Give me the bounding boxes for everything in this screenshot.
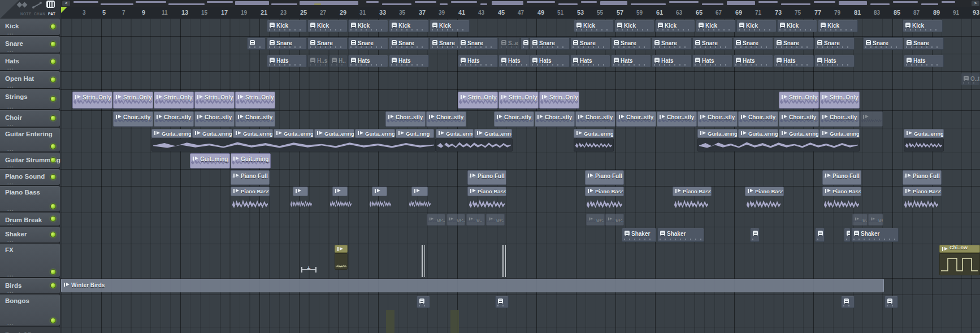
drum-break-audio-clip[interactable]: BP.. bbox=[605, 214, 624, 226]
guitar-entering-audio-clip-title[interactable]: Guita..ering bbox=[574, 129, 614, 138]
snare-pattern-clip[interactable] bbox=[247, 37, 266, 50]
guitar-entering-audio-clip-title[interactable]: Guita..ering bbox=[233, 129, 273, 138]
drum-break-audio-clip[interactable]: BP.. bbox=[868, 214, 883, 226]
kick-pattern-clip[interactable]: Kick bbox=[348, 20, 388, 32]
track-mute-led[interactable] bbox=[50, 144, 56, 149]
strings-audio-clip[interactable]: Strin..Only bbox=[779, 92, 819, 109]
playhead-marker[interactable] bbox=[61, 7, 67, 13]
hats-pattern-clip[interactable]: Hats bbox=[733, 55, 773, 67]
hats-pattern-clip[interactable]: Hats bbox=[389, 55, 429, 67]
choir-audio-clip[interactable]: Choir..stly bbox=[426, 111, 466, 127]
piano-bass-audio-clip-title[interactable]: Piano Bass bbox=[585, 187, 624, 196]
track-header-snare[interactable]: Snare... bbox=[0, 36, 60, 53]
note-mode-icon[interactable] bbox=[17, 1, 28, 8]
piano-sound-audio-clip[interactable]: Piano Full bbox=[903, 170, 942, 185]
choir-audio-clip[interactable]: Choir..stly bbox=[819, 111, 860, 127]
scroll-left-button[interactable]: < bbox=[62, 1, 70, 6]
drum-break-audio-clip[interactable]: B.. bbox=[852, 214, 868, 226]
shaker-pattern-clip[interactable]: Shaker bbox=[657, 228, 704, 242]
choir-audio-clip[interactable]: Choir..stly bbox=[494, 111, 534, 127]
kick-pattern-clip[interactable]: Kick bbox=[696, 20, 736, 32]
guitar-entering-waveform-band[interactable] bbox=[151, 139, 436, 152]
guitar-entering-audio-clip-title[interactable]: Guit..ring bbox=[396, 129, 434, 138]
fx-automation-clip[interactable]: Chi..ow bbox=[939, 245, 980, 275]
kick-pattern-clip[interactable]: Kick bbox=[736, 20, 777, 32]
track-header-birds[interactable]: Birds... bbox=[0, 278, 60, 293]
track-mute-led[interactable] bbox=[50, 115, 56, 121]
pattern-mode-icon[interactable] bbox=[46, 1, 55, 8]
track-header-piano-sound[interactable]: Piano Sound... bbox=[0, 169, 60, 185]
clip-stub-2[interactable] bbox=[450, 310, 459, 333]
guitar-entering-audio-clip-title[interactable]: Guita..ering bbox=[151, 129, 192, 138]
guitar-entering-audio-clip-title[interactable]: Guita..ering bbox=[355, 129, 395, 138]
choir-audio-clip[interactable]: Choir..stly bbox=[657, 111, 697, 127]
guitar-entering-waveform-band[interactable] bbox=[436, 139, 513, 152]
snare-pattern-clip[interactable]: Snare bbox=[389, 37, 429, 50]
snare-pattern-clip[interactable]: Snare bbox=[611, 37, 651, 50]
choir-audio-clip[interactable] bbox=[860, 111, 883, 127]
track-mute-led[interactable] bbox=[50, 174, 56, 180]
track-mute-led[interactable] bbox=[50, 157, 56, 163]
drum-break-audio-clip[interactable]: BP.. bbox=[446, 214, 465, 226]
hats-pattern-clip[interactable]: H.. bbox=[329, 55, 348, 67]
piano-bass-waveform[interactable] bbox=[824, 197, 859, 211]
track-mute-led[interactable] bbox=[50, 269, 56, 275]
piano-bass-waveform[interactable] bbox=[330, 197, 352, 210]
piano-bass-audio-clip-title[interactable]: Piano Bass bbox=[903, 187, 942, 196]
piano-bass-audio-clip-title[interactable] bbox=[372, 187, 387, 196]
track-mute-led[interactable] bbox=[50, 204, 56, 209]
shaker-pattern-clip[interactable]: Shaker bbox=[851, 228, 899, 242]
shaker-pattern-clip[interactable]: Shaker bbox=[622, 228, 656, 242]
piano-bass-audio-clip-title[interactable] bbox=[411, 187, 428, 196]
snare-pattern-clip[interactable]: Snare bbox=[904, 37, 944, 50]
guitar-strumming-audio-clip[interactable]: Guit..ming bbox=[190, 153, 230, 168]
choir-audio-clip[interactable]: Choir..stly bbox=[194, 111, 235, 127]
strings-audio-clip[interactable]: Strin..Only bbox=[235, 92, 275, 109]
kick-pattern-clip[interactable]: Kick bbox=[267, 20, 307, 32]
track-header-piano-bass[interactable]: Piano Bass... bbox=[0, 186, 60, 211]
choir-audio-clip[interactable]: Choir..stly bbox=[235, 111, 275, 127]
guitar-entering-waveform-band[interactable] bbox=[697, 139, 860, 152]
piano-bass-waveform[interactable] bbox=[290, 197, 312, 210]
guitar-entering-audio-clip-title[interactable]: Guita..ering bbox=[192, 129, 232, 138]
kick-pattern-clip[interactable]: Kick bbox=[655, 20, 695, 32]
strings-audio-clip[interactable]: Strin..Only bbox=[194, 92, 235, 109]
choir-audio-clip[interactable]: Choir..stly bbox=[535, 111, 575, 127]
track-header-shaker[interactable]: Shaker... bbox=[0, 227, 60, 243]
choir-audio-clip[interactable]: Choir..stly bbox=[154, 111, 194, 127]
strings-audio-clip[interactable]: Strin..Only bbox=[113, 92, 153, 109]
guitar-entering-audio-clip-title[interactable]: Guita..ering bbox=[436, 129, 474, 138]
clip-stub-1[interactable] bbox=[386, 310, 394, 333]
track-header-kick[interactable]: Kick... bbox=[0, 19, 60, 35]
snare-pattern-clip[interactable]: Snare bbox=[570, 37, 610, 50]
fx-automation-lines-1[interactable] bbox=[422, 245, 425, 277]
shaker-pattern-clip[interactable] bbox=[750, 228, 760, 242]
scroll-right-button[interactable]: > bbox=[972, 1, 979, 6]
playlist-grid[interactable]: KickKickKickKickKickKickKickKickKickKick… bbox=[60, 19, 980, 333]
kick-pattern-clip[interactable]: Kick bbox=[818, 20, 858, 32]
track-header-drum-break[interactable]: Drum Break... bbox=[0, 213, 60, 226]
guitar-entering-audio-clip-title[interactable]: Guita..ering bbox=[474, 129, 512, 138]
birds-audio-clip[interactable]: Winter Birds bbox=[61, 279, 884, 292]
hats-pattern-clip[interactable]: Hats bbox=[692, 55, 732, 67]
kick-pattern-clip[interactable]: Kick bbox=[574, 20, 614, 32]
strings-audio-clip[interactable]: Strin..Only bbox=[819, 92, 860, 109]
snare-pattern-clip[interactable]: Snare bbox=[348, 37, 388, 50]
snare-pattern-clip[interactable]: Snare bbox=[530, 37, 570, 50]
choir-audio-clip[interactable]: Choir..stly bbox=[616, 111, 656, 127]
choir-audio-clip[interactable]: Choir..stly bbox=[779, 111, 819, 127]
piano-bass-audio-clip-title[interactable]: Piano Bass bbox=[673, 187, 712, 196]
kick-pattern-clip[interactable]: Kick bbox=[777, 20, 817, 32]
track-mute-led[interactable] bbox=[50, 283, 56, 288]
piano-bass-audio-clip-title[interactable] bbox=[293, 187, 308, 196]
bongos-pattern-clip[interactable] bbox=[841, 296, 855, 308]
track-header-track-16[interactable]: Track 16 bbox=[0, 327, 60, 333]
snare-pattern-clip[interactable]: Snare bbox=[774, 37, 814, 50]
track-header-fx[interactable]: FX... bbox=[0, 244, 60, 277]
hats-pattern-clip[interactable]: Hats bbox=[267, 55, 307, 67]
guitar-strumming-audio-clip[interactable]: Guit..ming bbox=[231, 153, 271, 168]
strings-audio-clip[interactable]: Strin..Only bbox=[539, 92, 579, 109]
snare-pattern-clip[interactable]: Snare bbox=[652, 37, 692, 50]
guitar-entering-audio-clip-title[interactable]: Guita..ering bbox=[779, 129, 819, 138]
guitar-entering-audio-clip-title[interactable]: Guita..ering bbox=[274, 129, 314, 138]
